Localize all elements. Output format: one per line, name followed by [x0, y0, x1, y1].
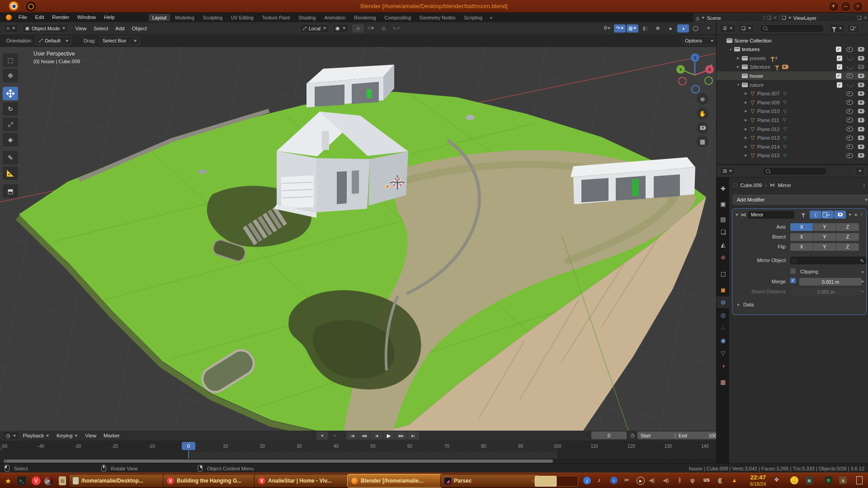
expand-arrow-icon[interactable]: ▶	[736, 56, 741, 60]
menu-help[interactable]: Help	[100, 13, 119, 22]
disable-render-icon[interactable]	[858, 83, 864, 87]
expand-arrow-icon[interactable]: ▶	[743, 127, 749, 131]
render-display-toggle[interactable]	[834, 211, 846, 219]
clipping-checkbox[interactable]	[790, 268, 796, 274]
disable-render-icon[interactable]	[858, 153, 864, 158]
shading-rendered-button[interactable]: ◯	[690, 24, 702, 33]
launcher-terminal[interactable]: >_	[16, 475, 27, 486]
expand-arrow-icon[interactable]: ▼	[728, 48, 733, 51]
use-preview-range-icon[interactable]: ◷	[628, 432, 637, 439]
hide-eye-icon[interactable]	[846, 127, 853, 131]
properties-tab-object-data[interactable]: ▽	[717, 347, 730, 359]
jump-to-start-button[interactable]: |◀	[346, 432, 358, 440]
timeline-ruler[interactable]: › -50-40-30-20-1010203040506070809010011…	[0, 441, 716, 452]
outliner-row-plane-011[interactable]: ▶▽Plane.011▽	[717, 116, 868, 124]
tool-move[interactable]	[3, 87, 18, 100]
xray-toggle[interactable]: ◧	[639, 24, 651, 33]
outliner-row-plane-007[interactable]: ▶▽Plane.007▽	[717, 89, 868, 98]
axis-axis-x[interactable]: X	[790, 223, 813, 231]
workspace-tab-scripting[interactable]: Scripting	[460, 14, 486, 21]
tray-update-warning-icon[interactable]: ▲	[731, 477, 737, 483]
remove-viewlayer-icon[interactable]: ✕	[863, 15, 868, 21]
current-frame-indicator[interactable]: 0	[182, 442, 195, 450]
expand-arrow-icon[interactable]: ▶	[743, 109, 749, 113]
delete-modifier-icon[interactable]: ✕	[854, 212, 858, 217]
pan-view-button[interactable]: ✋	[697, 108, 708, 119]
outliner-search[interactable]	[760, 24, 824, 33]
expand-arrow-icon[interactable]: ▶	[743, 101, 749, 104]
taskbar-window-5[interactable]: ◢Parsec◁)	[440, 474, 540, 488]
tool-transform[interactable]: ◈	[3, 133, 18, 146]
outliner-row-presets[interactable]: ▶presets2✓	[717, 54, 868, 62]
drag-handle-icon[interactable]: ⠿	[860, 212, 863, 217]
menu-file[interactable]: File	[14, 13, 31, 22]
launcher-favorites-star[interactable]: ★	[3, 475, 14, 486]
menu-window[interactable]: Window	[73, 13, 100, 22]
disable-render-icon[interactable]	[858, 65, 864, 69]
tray-smiley-app-icon[interactable]: ◡̈	[790, 476, 798, 484]
viewport-menu-select[interactable]: Select	[90, 26, 112, 31]
properties-tab-material[interactable]: ◑	[717, 360, 730, 371]
workspace-tab-rendering[interactable]: Rendering	[350, 14, 379, 21]
drag-mode-dropdown[interactable]: Select Box▼	[99, 36, 140, 45]
tool-select-box[interactable]: ⬚	[3, 53, 18, 67]
proportional-editing-toggle[interactable]: ◎	[377, 24, 389, 33]
collapse-chevron-icon[interactable]: ▼	[734, 213, 739, 217]
hide-eye-icon[interactable]	[847, 65, 853, 70]
flip-axis-y[interactable]: Y	[813, 243, 836, 251]
tray-amazon-app-icon[interactable]: a	[839, 476, 847, 484]
properties-tab-constraints[interactable]: ◎	[717, 309, 730, 321]
expand-arrow-icon[interactable]: ▶	[743, 154, 749, 157]
window-shade-button[interactable]: ▼	[828, 1, 839, 12]
gizmo-y-axis[interactable]: Y	[676, 65, 685, 74]
breadcrumb-modifier[interactable]: Mirror	[778, 183, 791, 188]
edit-mode-toggle[interactable]: ⣏	[810, 211, 821, 219]
tray-show-desktop-icon[interactable]	[856, 476, 863, 484]
outliner-row-plane-015[interactable]: ▶▽Plane.015▽	[717, 151, 868, 160]
gizmo-minus-x-axis[interactable]	[678, 77, 687, 85]
properties-tab-scene[interactable]: ◭	[717, 239, 730, 250]
outliner-filter-type[interactable]: ❏▼	[738, 24, 755, 33]
outliner-row-3dtexture[interactable]: ▶3dtexture✓	[717, 63, 868, 71]
properties-tab-object[interactable]: ◼	[717, 284, 730, 296]
hide-eye-icon[interactable]	[846, 91, 853, 96]
exclude-checkbox[interactable]: ✓	[836, 73, 841, 79]
camera-view-button[interactable]	[697, 122, 708, 134]
orientation-default-dropdown[interactable]: ⤢Default▼	[36, 36, 72, 45]
outliner-row-scene-collection[interactable]: Scene Collection	[717, 36, 868, 45]
on-cage-toggle[interactable]	[797, 211, 809, 219]
options-button[interactable]: Options▼	[682, 36, 717, 45]
pin-icon[interactable]: ⟟	[763, 15, 765, 21]
workspace-tab-shading[interactable]: Shading	[295, 14, 320, 21]
shading-dropdown[interactable]: ▼	[703, 24, 714, 33]
timeline-menu-view[interactable]: View	[81, 433, 100, 438]
hide-eye-icon[interactable]	[847, 56, 853, 61]
launcher-vivaldi[interactable]: V	[31, 475, 42, 486]
merge-threshold-field[interactable]: 0.001 m	[799, 278, 862, 286]
gizmo-minus-y-axis[interactable]	[704, 76, 713, 85]
bisect-axis-y[interactable]: Y	[813, 233, 836, 241]
workspace-tab-animation[interactable]: Animation	[321, 14, 349, 21]
properties-tab-tool[interactable]: ✚	[717, 183, 730, 194]
modifier-name-field[interactable]: Mirror	[748, 211, 794, 219]
disable-render-icon[interactable]	[858, 136, 864, 140]
hide-eye-icon[interactable]	[847, 82, 853, 87]
window-close-button[interactable]: ✕	[853, 1, 863, 12]
tray-calculator-app-icon[interactable]: ▦	[806, 476, 813, 484]
disable-render-icon[interactable]	[858, 74, 864, 78]
frame-end-field[interactable]: End100	[675, 432, 720, 439]
new-collection-button[interactable]: ❏⁺	[847, 24, 860, 33]
tray-speaker-icon[interactable]: ◀)	[663, 477, 669, 483]
viewport-canvas[interactable]: User Perspective (0) house | Cube.009 ⬚⊕…	[0, 47, 716, 431]
gizmos-toggle[interactable]: ↷▼	[614, 24, 626, 33]
shading-material-button[interactable]: ◑	[677, 24, 689, 33]
perspective-toggle-button[interactable]: ▦	[697, 136, 708, 147]
auto-key-button[interactable]: ●	[316, 432, 328, 440]
launcher-package-manager[interactable]: ▥	[57, 475, 68, 486]
tray-play-circle-icon[interactable]: ▶	[637, 477, 645, 485]
properties-tab-texture[interactable]: ▩	[717, 376, 730, 388]
object-visibility-dropdown[interactable]: ⚲▼	[601, 24, 613, 33]
scene-selector[interactable]: ◬ ▼ Scene ⟟ ❏ ✕	[693, 14, 779, 22]
workspace-tab-layout[interactable]: Layout	[149, 14, 170, 21]
expand-arrow-icon[interactable]: ▼	[736, 83, 741, 86]
